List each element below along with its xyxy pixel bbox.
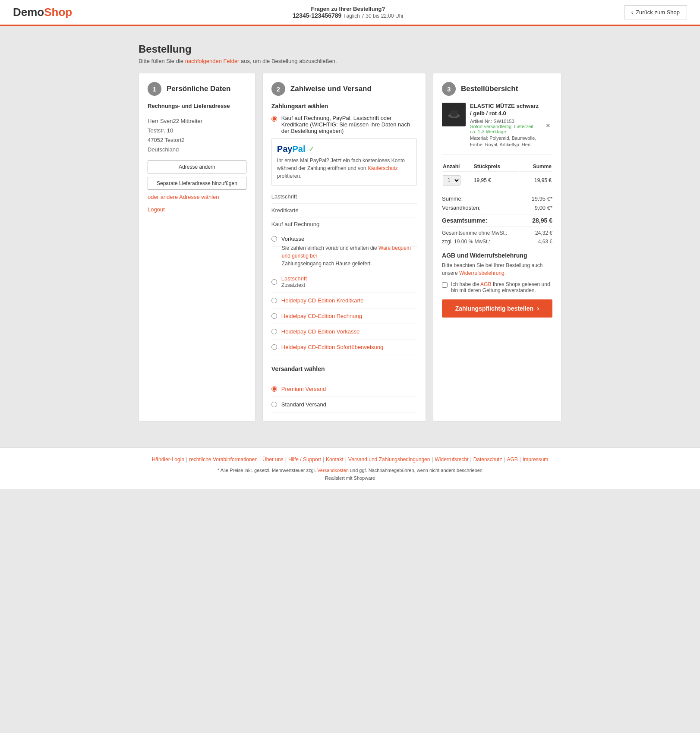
lastschrift-link[interactable]: Lastschrift — [281, 275, 307, 282]
lastschrift-sub-text: Zusatztext — [281, 282, 305, 288]
main-content: Bestellung Bitte füllen Sie die nachfolg… — [113, 35, 587, 434]
vorkasse-ware-link[interactable]: Ware bequem und günstig bei — [282, 245, 411, 259]
heidelpay-rechnung-option: Heidelpay CD-Edition Rechnung — [271, 308, 417, 324]
versand-section: Versandart wählen Premium Versand Standa… — [271, 365, 417, 412]
lastschrift-radio[interactable] — [271, 279, 277, 285]
heidelpay-rechnung-link[interactable]: Heidelpay CD-Edition Rechnung — [281, 313, 362, 319]
standard-versand-option: Standard Versand — [271, 397, 417, 412]
footer-link-hilfe[interactable]: Hilfe / Support — [288, 456, 321, 462]
paypal-logo: PayPal ✓ — [277, 144, 411, 154]
totals-versand-label: Versandkosten: — [442, 204, 481, 211]
change-address-button[interactable]: Adresse ändern — [148, 160, 246, 173]
totals-summe-label: Summe: — [442, 195, 463, 202]
footer-link-widerrufsrecht[interactable]: Widerrufsrecht — [435, 456, 469, 462]
step3-header: 3 Bestellübersicht — [442, 82, 552, 96]
contact-question: Fragen zu Ihrer Bestellung? — [293, 6, 404, 12]
step2-title: Zahlweise und Versand — [290, 85, 372, 93]
contact-hours: Täglich 7:30 bis 22:00 Uhr — [343, 13, 404, 19]
chevron-left-icon: ‹ — [631, 9, 633, 16]
summe-cell: 19,95 € — [520, 173, 552, 188]
paypal-logo-text: PayPal — [277, 144, 306, 154]
payment-main-label[interactable]: Kauf auf Rechnung, PayPal, Lastschrift o… — [281, 115, 417, 134]
add-delivery-address-button[interactable]: Separate Lieferadresse hinzufügen — [148, 177, 246, 190]
step1-header: 1 Persönliche Daten — [148, 82, 246, 96]
widerrufsbelehrung-link[interactable]: Widerrufsbelehrung — [459, 270, 505, 276]
agb-link[interactable]: AGB — [480, 281, 491, 287]
heidelpay-kreditkarte-radio[interactable] — [271, 298, 277, 303]
logout-link[interactable]: Logout — [148, 206, 246, 213]
footer-link-agb[interactable]: AGB — [507, 456, 518, 462]
totals-ohne-mwst-val: 24,32 € — [535, 230, 552, 236]
stueckpreis-cell: 19,95 € — [474, 173, 519, 188]
order-item-info: ELASTIC MÜTZE schwarz / gelb / rot 4.0 A… — [470, 103, 539, 148]
heidelpay-sofort-option: Heidelpay CD-Edition Sofortüberweisung — [271, 340, 417, 355]
agb-title: AGB und Widerrufsbelehrung — [442, 252, 552, 259]
address-block: Herr Sven22 Mittreiter Teststr. 10 47052… — [148, 116, 246, 154]
standard-versand-label[interactable]: Standard Versand — [281, 401, 326, 408]
step2-card: 2 Zahlweise und Versand Zahlungsart wähl… — [262, 73, 426, 422]
heidelpay-sofort-label[interactable]: Heidelpay CD-Edition Sofortüberweisung — [281, 344, 383, 350]
agb-checkbox-container: Ich habe die AGB Ihres Shops gelesen und… — [442, 281, 552, 293]
premium-versand-label[interactable]: Premium Versand — [281, 386, 326, 392]
footer-link-versand[interactable]: Versand und Zahlungsbedingungen — [348, 456, 430, 462]
kauferschutz-link[interactable]: Käuferschutz — [368, 165, 398, 171]
step1-card: 1 Persönliche Daten Rechnungs- und Liefe… — [139, 73, 255, 422]
address-line1: Herr Sven22 Mittreiter — [148, 116, 246, 126]
heidelpay-rechnung-radio[interactable] — [271, 313, 277, 319]
heidelpay-kreditkarte-option: Heidelpay CD-Edition Kreditkarte — [271, 293, 417, 308]
footer-link-datenschutz[interactable]: Datenschutz — [473, 456, 502, 462]
footer-links: Händler-Login | rechtliche Vorabinformat… — [13, 456, 687, 462]
footer-versandkosten-link[interactable]: Versandkosten — [317, 468, 349, 473]
step2-number: 2 — [271, 82, 285, 96]
payment-main-radio[interactable] — [271, 116, 277, 122]
col-summe: Summe — [520, 162, 552, 172]
section-label-address: Rechnungs- und Lieferadresse — [148, 103, 246, 112]
contact-info: Fragen zu Ihrer Bestellung? 12345-123456… — [293, 6, 404, 19]
heidelpay-sofort-radio[interactable] — [271, 344, 277, 350]
agb-checkbox-label[interactable]: Ich habe die AGB Ihres Shops gelesen und… — [451, 281, 552, 293]
order-button[interactable]: Zahlungspflichtig bestellen › — [442, 299, 552, 318]
qty-select[interactable]: 1 2 3 — [443, 175, 460, 186]
paypal-description: Ihr erstes Mal PayPal? Jetzt ein fach ko… — [277, 157, 411, 180]
heidelpay-kreditkarte-link[interactable]: Heidelpay CD-Edition Kreditkarte — [281, 297, 364, 304]
heidelpay-rechnung-label[interactable]: Heidelpay CD-Edition Rechnung — [281, 313, 362, 319]
product-availability: Sofort versandfertig, Lieferzeit ca. 1-3… — [470, 124, 539, 134]
steps-grid: 1 Persönliche Daten Rechnungs- und Liefe… — [139, 73, 561, 422]
standard-versand-radio[interactable] — [271, 402, 277, 407]
footer: Händler-Login | rechtliche Vorabinformat… — [0, 447, 700, 489]
agb-checkbox[interactable] — [442, 282, 448, 288]
method-rechnung-label: Kauf auf Rechnung — [271, 217, 417, 231]
premium-versand-radio[interactable] — [271, 386, 277, 392]
footer-link-handler-login[interactable]: Händler-Login — [152, 456, 184, 462]
back-button[interactable]: ‹ Zurück zum Shop — [624, 5, 687, 19]
totals-versand-row: Versandkosten: 9,00 €* — [442, 203, 552, 212]
footer-link-rechtliche[interactable]: rechtliche Vorabinformationen — [189, 456, 258, 462]
other-address-link[interactable]: oder andere Adresse wählen — [148, 194, 219, 200]
heidelpay-kreditkarte-label[interactable]: Heidelpay CD-Edition Kreditkarte — [281, 297, 364, 304]
vorkasse-label[interactable]: Vorkasse — [281, 236, 304, 242]
method-lastschrift-label: Lastschrift — [271, 190, 417, 204]
contact-phone: 12345-123456789 — [293, 12, 342, 19]
product-art-number: Artikel-Nr.: SW10153 — [470, 119, 539, 124]
agb-text: Bitte beachten Sie bei Ihrer Bestellung … — [442, 261, 552, 277]
step3-title: Bestellübersicht — [461, 85, 518, 93]
footer-link-ueber-uns[interactable]: Über uns — [262, 456, 284, 462]
footer-powered: Realisiert mit Shopware — [13, 475, 687, 481]
heidelpay-sofort-link[interactable]: Heidelpay CD-Edition Sofortüberweisung — [281, 344, 383, 350]
premium-versand-option: Premium Versand — [271, 381, 417, 397]
order-item: ELASTIC MÜTZE schwarz / gelb / rot 4.0 A… — [442, 103, 552, 155]
totals-block: Summe: 19,95 €* Versandkosten: 9,00 €* G… — [442, 194, 552, 246]
vorkasse-radio[interactable] — [271, 236, 277, 242]
product-name: ELASTIC MÜTZE schwarz / gelb / rot 4.0 — [470, 103, 539, 117]
subtitle-link[interactable]: nachfolgenden Felder — [185, 58, 240, 64]
heidelpay-vorkasse-link[interactable]: Heidelpay CD-Edition Vorkasse — [281, 328, 359, 335]
col-stueckpreis: Stückpreis — [474, 162, 519, 172]
lastschrift-option-label[interactable]: Lastschrift Zusatztext — [281, 275, 307, 288]
footer-link-kontakt[interactable]: Kontakt — [326, 456, 344, 462]
remove-item-button[interactable]: ✕ — [544, 103, 552, 148]
heidelpay-vorkasse-label[interactable]: Heidelpay CD-Edition Vorkasse — [281, 328, 359, 335]
heidelpay-vorkasse-radio[interactable] — [271, 329, 277, 334]
premium-versand-link[interactable]: Premium Versand — [281, 386, 326, 392]
logo: DemoShop — [13, 6, 72, 19]
footer-link-impressum[interactable]: Impressum — [523, 456, 548, 462]
